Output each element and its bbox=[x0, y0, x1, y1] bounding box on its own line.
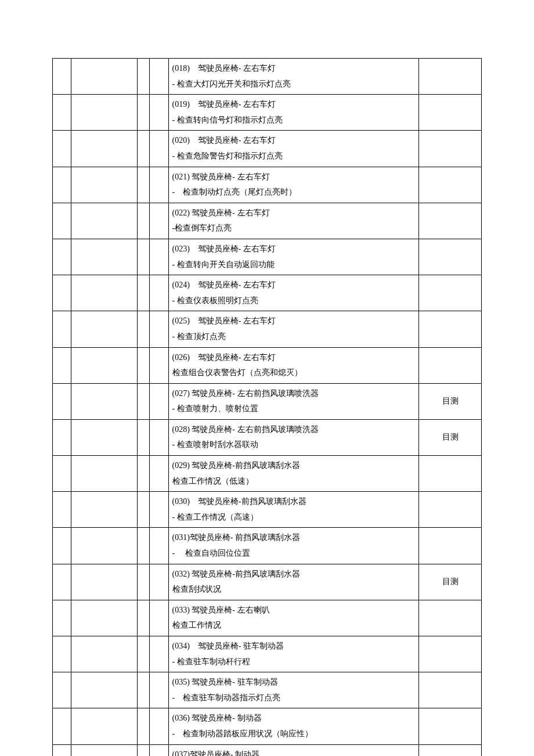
method-cell bbox=[419, 275, 482, 311]
empty-cell bbox=[150, 383, 168, 419]
method-cell bbox=[419, 239, 482, 275]
method-cell: 目测 bbox=[419, 564, 482, 600]
empty-cell bbox=[150, 528, 168, 564]
description-cell: (035) 驾驶员座椅- 驻车制动器- 检查驻车制动器指示灯点亮 bbox=[168, 672, 419, 708]
description-line-1: (027) 驾驶员座椅- 左右前挡风玻璃喷洗器 bbox=[172, 386, 416, 402]
description-line-2: - 检查自动回位位置 bbox=[172, 546, 416, 561]
description-cell: (019) 驾驶员座椅- 左右车灯- 检查转向信号灯和指示灯点亮 bbox=[168, 95, 419, 131]
table-row: (025) 驾驶员座椅- 左右车灯- 检查顶灯点亮 bbox=[53, 311, 482, 347]
empty-cell bbox=[53, 311, 71, 347]
empty-cell bbox=[137, 131, 150, 167]
empty-cell bbox=[71, 564, 137, 600]
description-line-1: (029) 驾驶员座椅-前挡风玻璃刮水器 bbox=[172, 458, 416, 474]
empty-cell bbox=[150, 744, 168, 756]
empty-cell bbox=[53, 636, 71, 672]
description-cell: (022) 驾驶员座椅- 左右车灯-检查倒车灯点亮 bbox=[168, 203, 419, 239]
table-row: (021) 驾驶员座椅- 左右车灯- 检查制动灯点亮（尾灯点亮时） bbox=[53, 167, 482, 203]
description-line-2: - 检查喷射时刮水器联动 bbox=[172, 437, 416, 453]
table-row: (020) 驾驶员座椅- 左右车灯- 检查危险警告灯和指示灯点亮 bbox=[53, 131, 482, 167]
empty-cell bbox=[71, 744, 137, 756]
empty-cell bbox=[53, 564, 71, 600]
description-cell: (032) 驾驶员座椅-前挡风玻璃刮水器检查刮拭状况 bbox=[168, 564, 419, 600]
empty-cell bbox=[53, 708, 71, 744]
description-cell: (028) 驾驶员座椅- 左右前挡风玻璃喷洗器- 检查喷射时刮水器联动 bbox=[168, 419, 419, 455]
description-cell: (023) 驾驶员座椅- 左右车灯- 检查转向开关自动返回功能 bbox=[168, 239, 419, 275]
description-line-1: (028) 驾驶员座椅- 左右前挡风玻璃喷洗器 bbox=[172, 422, 416, 438]
table-row: (022) 驾驶员座椅- 左右车灯-检查倒车灯点亮 bbox=[53, 203, 482, 239]
empty-cell bbox=[150, 708, 168, 744]
empty-cell bbox=[53, 131, 71, 167]
empty-cell bbox=[53, 672, 71, 708]
empty-cell bbox=[150, 275, 168, 311]
empty-cell bbox=[53, 167, 71, 203]
description-line-1: (018) 驾驶员座椅- 左右车灯 bbox=[172, 61, 416, 77]
empty-cell bbox=[53, 275, 71, 311]
empty-cell bbox=[150, 419, 168, 455]
empty-cell bbox=[137, 419, 150, 455]
empty-cell bbox=[53, 744, 71, 756]
table-row: (018) 驾驶员座椅- 左右车灯- 检查大灯闪光开关和指示灯点亮 bbox=[53, 59, 482, 95]
empty-cell bbox=[137, 311, 150, 347]
description-line-1: (026) 驾驶员座椅- 左右车灯 bbox=[172, 350, 416, 366]
empty-cell bbox=[137, 672, 150, 708]
description-line-1: (030) 驾驶员座椅-前挡风玻璃刮水器 bbox=[172, 494, 416, 510]
description-cell: (029) 驾驶员座椅-前挡风玻璃刮水器检查工作情况（低速） bbox=[168, 456, 419, 492]
empty-cell bbox=[137, 347, 150, 383]
empty-cell bbox=[71, 419, 137, 455]
description-cell: (036) 驾驶员座椅- 制动器- 检查制动器踏板应用状况（响应性） bbox=[168, 708, 419, 744]
empty-cell bbox=[71, 636, 137, 672]
description-line-1: (037)驾驶员座椅- 制动器 bbox=[172, 747, 416, 756]
empty-cell bbox=[137, 708, 150, 744]
method-cell bbox=[419, 708, 482, 744]
description-cell: (021) 驾驶员座椅- 左右车灯- 检查制动灯点亮（尾灯点亮时） bbox=[168, 167, 419, 203]
empty-cell bbox=[71, 708, 137, 744]
empty-cell bbox=[137, 636, 150, 672]
description-line-1: (031)驾驶员座椅- 前挡风玻璃刮水器 bbox=[172, 530, 416, 546]
table-row: (028) 驾驶员座椅- 左右前挡风玻璃喷洗器- 检查喷射时刮水器联动目测 bbox=[53, 419, 482, 455]
table-row: (027) 驾驶员座椅- 左右前挡风玻璃喷洗器- 检查喷射力、喷射位置目测 bbox=[53, 383, 482, 419]
empty-cell bbox=[150, 167, 168, 203]
empty-cell bbox=[150, 456, 168, 492]
method-cell bbox=[419, 167, 482, 203]
table-row: (036) 驾驶员座椅- 制动器- 检查制动器踏板应用状况（响应性） bbox=[53, 708, 482, 744]
table-row: (032) 驾驶员座椅-前挡风玻璃刮水器检查刮拭状况目测 bbox=[53, 564, 482, 600]
method-cell bbox=[419, 600, 482, 636]
description-line-2: - 检查大灯闪光开关和指示灯点亮 bbox=[172, 77, 416, 92]
empty-cell bbox=[150, 239, 168, 275]
description-cell: (025) 驾驶员座椅- 左右车灯- 检查顶灯点亮 bbox=[168, 311, 419, 347]
description-line-1: (024) 驾驶员座椅- 左右车灯 bbox=[172, 278, 416, 293]
empty-cell bbox=[71, 95, 137, 131]
table-row: (023) 驾驶员座椅- 左右车灯- 检查转向开关自动返回功能 bbox=[53, 239, 482, 275]
table-row: (033) 驾驶员座椅- 左右喇叭检查工作情况 bbox=[53, 600, 482, 636]
empty-cell bbox=[137, 239, 150, 275]
description-line-2: - 检查顶灯点亮 bbox=[172, 329, 416, 345]
empty-cell bbox=[71, 167, 137, 203]
description-cell: (018) 驾驶员座椅- 左右车灯- 检查大灯闪光开关和指示灯点亮 bbox=[168, 59, 419, 95]
description-line-1: (020) 驾驶员座椅- 左右车灯 bbox=[172, 133, 416, 149]
table-row: (024) 驾驶员座椅- 左右车灯- 检查仪表板照明灯点亮 bbox=[53, 275, 482, 311]
method-cell bbox=[419, 347, 482, 383]
description-line-2: - 检查转向信号灯和指示灯点亮 bbox=[172, 113, 416, 128]
empty-cell bbox=[137, 528, 150, 564]
empty-cell bbox=[137, 564, 150, 600]
description-cell: (026) 驾驶员座椅- 左右车灯检查组合仪表警告灯（点亮和熄灭） bbox=[168, 347, 419, 383]
empty-cell bbox=[150, 492, 168, 528]
empty-cell bbox=[53, 347, 71, 383]
empty-cell bbox=[53, 492, 71, 528]
method-cell bbox=[419, 203, 482, 239]
method-cell: 目测 bbox=[419, 383, 482, 419]
description-line-1: (036) 驾驶员座椅- 制动器 bbox=[172, 711, 416, 726]
description-line-1: (019) 驾驶员座椅- 左右车灯 bbox=[172, 97, 416, 113]
empty-cell bbox=[71, 275, 137, 311]
empty-cell bbox=[137, 492, 150, 528]
empty-cell bbox=[150, 636, 168, 672]
method-cell: 目测 bbox=[419, 419, 482, 455]
description-line-2: 检查刮拭状况 bbox=[172, 582, 416, 597]
empty-cell bbox=[150, 95, 168, 131]
description-cell: (020) 驾驶员座椅- 左右车灯- 检查危险警告灯和指示灯点亮 bbox=[168, 131, 419, 167]
description-line-2: - 检查驻车制动器指示灯点亮 bbox=[172, 690, 416, 706]
description-cell: (031)驾驶员座椅- 前挡风玻璃刮水器- 检查自动回位位置 bbox=[168, 528, 419, 564]
empty-cell bbox=[150, 203, 168, 239]
empty-cell bbox=[137, 744, 150, 756]
empty-cell bbox=[71, 600, 137, 636]
